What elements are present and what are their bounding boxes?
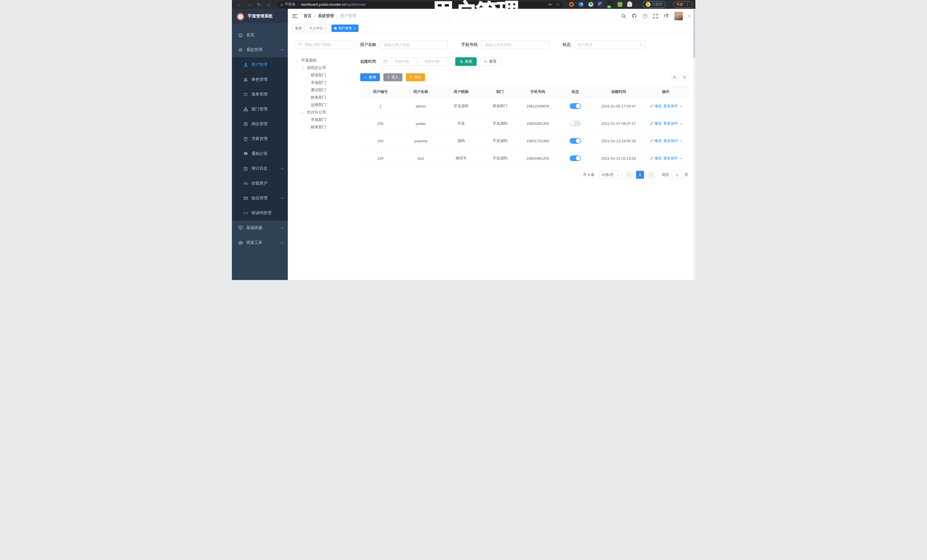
edit-link[interactable]: 修改 bbox=[650, 103, 662, 109]
github-icon[interactable] bbox=[632, 14, 637, 18]
sidebar-item-role-mgmt[interactable]: 角色管理 bbox=[232, 72, 288, 87]
tab-close-icon[interactable]: × bbox=[325, 26, 327, 30]
status-toggle[interactable] bbox=[570, 121, 581, 126]
sidebar-item-audit-log[interactable]: 审计日志 bbox=[232, 161, 288, 176]
search-icon bbox=[673, 76, 676, 79]
tree-node[interactable]: 财务部门 bbox=[295, 123, 355, 131]
code-icon bbox=[243, 211, 248, 216]
extension-key-icon[interactable] bbox=[617, 2, 622, 7]
help-icon[interactable]: ? bbox=[643, 14, 647, 18]
extensions-puzzle-icon[interactable] bbox=[627, 2, 632, 7]
more-actions-link[interactable]: 更多操作 bbox=[663, 121, 682, 126]
cell-mobile: 15612345678 bbox=[519, 104, 556, 108]
tab-home[interactable]: 首页 bbox=[292, 24, 305, 32]
extension-check-icon[interactable] bbox=[588, 2, 593, 7]
dept-search-input[interactable] bbox=[304, 42, 352, 47]
reset-button[interactable]: ↻ 重置 bbox=[480, 57, 501, 66]
next-page-button[interactable] bbox=[647, 171, 655, 179]
page-number-current[interactable]: 1 bbox=[636, 171, 644, 179]
refresh-table-button[interactable]: ↻ bbox=[681, 74, 688, 81]
sidebar-collapse-button[interactable] bbox=[292, 14, 298, 18]
browser-reload-button[interactable]: ↻ bbox=[254, 1, 264, 8]
sidebar-item-user-mgmt[interactable]: 用户管理 bbox=[232, 57, 288, 72]
more-actions-link[interactable]: 更多操作 bbox=[663, 103, 682, 109]
tree-node[interactable]: ▾长沙分公司 bbox=[295, 109, 355, 116]
not-secure-label: 不安全 bbox=[285, 2, 295, 7]
bookmark-star-icon[interactable]: ☆ bbox=[556, 2, 559, 7]
password-key-icon[interactable] bbox=[548, 2, 553, 6]
tree-node[interactable]: 运维部门 bbox=[295, 101, 355, 109]
sidebar-item-system[interactable]: 系统管理 bbox=[232, 42, 288, 57]
browser-menu-dots-icon[interactable]: ⋮ bbox=[686, 2, 689, 6]
status-toggle[interactable] bbox=[570, 103, 581, 109]
page-scrollbar[interactable] bbox=[693, 9, 695, 280]
browser-home-button[interactable]: ⌂ bbox=[264, 1, 274, 8]
font-size-icon[interactable]: TT bbox=[664, 14, 669, 18]
tree-node[interactable]: 研发部门 bbox=[295, 71, 355, 79]
goto-page-input[interactable] bbox=[672, 171, 682, 179]
sidebar-item-infrastructure[interactable]: 基础设施 bbox=[232, 220, 288, 235]
tree-caret-icon[interactable]: ▾ bbox=[302, 67, 305, 70]
edit-link-label: 修改 bbox=[655, 138, 662, 143]
status-toggle[interactable] bbox=[570, 155, 581, 161]
status-toggle[interactable] bbox=[570, 138, 581, 144]
sidebar-item-error-code[interactable]: 错误码管理 bbox=[232, 206, 288, 220]
chrome-update-chip[interactable]: 更新 ⋮ bbox=[673, 1, 693, 8]
tab-close-icon[interactable]: × bbox=[354, 26, 356, 30]
import-button[interactable]: ↥ 导入 bbox=[383, 73, 403, 81]
date-range-picker[interactable]: 开始日期 - 结束日期 bbox=[380, 57, 448, 66]
edit-link[interactable]: 修改 bbox=[650, 138, 662, 143]
search-icon[interactable] bbox=[621, 14, 626, 18]
pencil-icon bbox=[650, 122, 653, 125]
fullscreen-icon[interactable] bbox=[653, 14, 658, 18]
search-button[interactable]: 搜索 bbox=[455, 57, 477, 66]
scrollbar-thumb[interactable] bbox=[693, 9, 695, 58]
browser-back-button[interactable]: ← bbox=[235, 1, 245, 8]
sidebar-item-notice[interactable]: 通知公告 bbox=[232, 146, 288, 161]
status-select[interactable]: 用户状态 ▾ bbox=[574, 41, 646, 49]
profile-paused-chip[interactable]: 已暂停 bbox=[643, 1, 666, 8]
address-bar[interactable]: ⚠ 不安全 dashboard.yudao.iocoder.cn /system… bbox=[278, 1, 563, 8]
tab-user-mgmt[interactable]: 用户管理 × bbox=[331, 24, 359, 32]
tree-caret-icon[interactable]: ▾ bbox=[302, 111, 305, 114]
mobile-input[interactable] bbox=[485, 42, 546, 47]
prev-page-button[interactable] bbox=[626, 171, 633, 179]
tree-node[interactable]: 市场部门 bbox=[295, 116, 355, 123]
breadcrumb-home[interactable]: 首页 bbox=[304, 14, 312, 18]
breadcrumb-system[interactable]: 系统管理 bbox=[318, 14, 334, 18]
search-icon bbox=[459, 60, 463, 64]
toggle-search-button[interactable] bbox=[671, 74, 678, 81]
sidebar-item-dept-mgmt[interactable]: 部门管理 bbox=[232, 102, 288, 117]
user-avatar[interactable] bbox=[674, 12, 683, 20]
more-actions-link[interactable]: 更多操作 bbox=[663, 156, 682, 161]
tab-profile[interactable]: 个人中心 × bbox=[307, 24, 330, 32]
username-input[interactable] bbox=[383, 42, 444, 47]
edit-link[interactable]: 修改 bbox=[650, 121, 662, 126]
add-button[interactable]: ＋ 新增 bbox=[360, 73, 380, 81]
extension-donut-icon[interactable] bbox=[569, 2, 574, 7]
tree-caret-icon[interactable]: ▾ bbox=[296, 59, 299, 62]
more-actions-link[interactable]: 更多操作 bbox=[663, 138, 682, 143]
chevron-down-icon bbox=[679, 156, 682, 159]
extension-drop-icon[interactable] bbox=[578, 2, 584, 8]
tree-node[interactable]: 测试部门 bbox=[295, 87, 355, 94]
avatar-caret-icon[interactable]: ▾ bbox=[688, 14, 690, 18]
extension-switch-icon[interactable]: on bbox=[608, 2, 613, 7]
tree-node[interactable]: 财务部门 bbox=[295, 94, 355, 101]
sidebar-item-dict-mgmt[interactable]: 字典管理 bbox=[232, 132, 288, 146]
export-button[interactable]: ↧ 导出 bbox=[406, 73, 425, 81]
sidebar-item-dev-tools[interactable]: 研发工具 bbox=[232, 235, 288, 250]
sidebar-item-sms-mgmt[interactable]: 短信管理 bbox=[232, 191, 288, 206]
edit-link[interactable]: 修改 bbox=[650, 156, 662, 161]
tree-node[interactable]: ▾芋道源码 bbox=[295, 57, 355, 64]
sidebar-item-post-mgmt[interactable]: 岗位管理 bbox=[232, 117, 288, 132]
sidebar-item-online-users[interactable]: 在线用户 bbox=[232, 176, 288, 191]
browser-forward-button[interactable]: → bbox=[245, 1, 254, 8]
tree-node[interactable]: ▾深圳总公司 bbox=[295, 64, 355, 71]
tree-node[interactable]: 市场部门 bbox=[295, 79, 355, 87]
sidebar-item-home[interactable]: 首页 bbox=[232, 28, 288, 42]
org-tree-icon bbox=[243, 107, 248, 112]
sidebar-item-menu-mgmt[interactable]: 菜单管理 bbox=[232, 87, 288, 102]
page-size-select[interactable]: 10条/页 ▾ bbox=[599, 171, 622, 179]
extension-grid-icon[interactable] bbox=[598, 2, 603, 7]
